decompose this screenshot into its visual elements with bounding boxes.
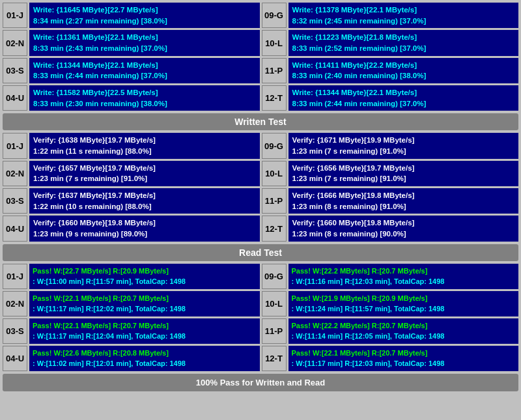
read-test-divider: Read Test bbox=[3, 244, 518, 261]
write-rows: 01-JWrite: {11645 MByte}[22.7 MByte/s]8:… bbox=[3, 3, 518, 111]
row-label-right: 10-L bbox=[262, 30, 287, 55]
read-rows: 01-JPass! W:[22.7 MByte/s] R:[20.9 MByte… bbox=[3, 264, 518, 371]
write-row: 03-SWrite: {11344 MByte}[22.1 MByte/s]8:… bbox=[3, 58, 518, 83]
row-label-right: 09-G bbox=[262, 133, 287, 158]
read-row: 03-SPass! W:[22.1 MByte/s] R:[20.7 MByte… bbox=[3, 318, 518, 344]
row-label-left: 03-S bbox=[3, 58, 27, 83]
pass-cell-left: Pass! W:[22.1 MByte/s] R:[20.7 MByte/s]:… bbox=[29, 291, 260, 316]
row-label-right: 09-G bbox=[262, 264, 287, 289]
row-label-right: 11-P bbox=[262, 318, 287, 344]
read-row: 04-UPass! W:[22.6 MByte/s] R:[20.8 MByte… bbox=[3, 346, 518, 371]
read-section: 01-JPass! W:[22.7 MByte/s] R:[20.9 MByte… bbox=[3, 264, 518, 371]
row-label-right: 12-T bbox=[262, 346, 287, 371]
row-label-left: 01-J bbox=[3, 264, 27, 289]
row-label-left: 02-N bbox=[3, 161, 27, 186]
verify-cell-right: Verify: {1666 MByte}[19.8 MByte/s]1:23 m… bbox=[289, 188, 519, 214]
pass-cell-left: Pass! W:[22.7 MByte/s] R:[20.9 MByte/s]:… bbox=[29, 264, 260, 289]
verify-cell-right: Verify: {1656 MByte}[19.7 MByte/s]1:23 m… bbox=[289, 161, 519, 186]
verify-cell-left: Verify: {1637 MByte}[19.7 MByte/s]1:22 m… bbox=[29, 188, 260, 214]
row-label-left: 04-U bbox=[3, 216, 27, 241]
read-row: 01-JPass! W:[22.7 MByte/s] R:[20.9 MByte… bbox=[3, 264, 518, 289]
write-cell-left: Write: {11645 MByte}[22.7 MByte/s]8:34 m… bbox=[29, 3, 260, 28]
write-cell-left: Write: {11344 MByte}[22.1 MByte/s]8:33 m… bbox=[29, 58, 260, 83]
row-label-left: 04-U bbox=[3, 346, 27, 371]
verify-row: 01-JVerify: {1638 MByte}[19.7 MByte/s]1:… bbox=[3, 133, 518, 158]
write-cell-left: Write: {11361 MByte}[22.1 MByte/s]8:33 m… bbox=[29, 30, 260, 55]
verify-rows: 01-JVerify: {1638 MByte}[19.7 MByte/s]1:… bbox=[3, 133, 518, 241]
write-cell-right: Write: {11378 MByte}[22.1 MByte/s]8:32 m… bbox=[289, 3, 519, 28]
row-label-left: 02-N bbox=[3, 30, 27, 55]
row-label-right: 10-L bbox=[262, 291, 287, 316]
verify-cell-left: Verify: {1660 MByte}[19.8 MByte/s]1:23 m… bbox=[29, 216, 260, 241]
verify-section: 01-JVerify: {1638 MByte}[19.7 MByte/s]1:… bbox=[3, 133, 518, 241]
pass-cell-left: Pass! W:[22.1 MByte/s] R:[20.7 MByte/s]:… bbox=[29, 318, 260, 344]
verify-cell-right: Verify: {1671 MByte}[19.9 MByte/s]1:23 m… bbox=[289, 133, 519, 158]
pass-cell-right: Pass! W:[22.1 MByte/s] R:[20.7 MByte/s]:… bbox=[289, 346, 519, 371]
row-label-right: 12-T bbox=[262, 216, 287, 241]
main-container: 01-JWrite: {11645 MByte}[22.7 MByte/s]8:… bbox=[0, 0, 521, 394]
write-cell-right: Write: {11223 MByte}[21.8 MByte/s]8:33 m… bbox=[289, 30, 519, 55]
row-label-left: 02-N bbox=[3, 291, 27, 316]
write-row: 04-UWrite: {11582 MByte}[22.5 MByte/s]8:… bbox=[3, 85, 518, 111]
row-label-right: 09-G bbox=[262, 3, 287, 28]
verify-row: 03-SVerify: {1637 MByte}[19.7 MByte/s]1:… bbox=[3, 188, 518, 214]
verify-cell-right: Verify: {1660 MByte}[19.8 MByte/s]1:23 m… bbox=[289, 216, 519, 241]
write-cell-right: Write: {11344 MByte}[22.1 MByte/s]8:33 m… bbox=[289, 85, 519, 111]
pass-cell-right: Pass! W:[22.2 MByte/s] R:[20.7 MByte/s]:… bbox=[289, 318, 519, 344]
pass-cell-right: Pass! W:[21.9 MByte/s] R:[20.9 MByte/s]:… bbox=[289, 291, 519, 316]
row-label-right: 10-L bbox=[262, 161, 287, 186]
verify-row: 02-NVerify: {1657 MByte}[19.7 MByte/s]1:… bbox=[3, 161, 518, 186]
row-label-right: 11-P bbox=[262, 188, 287, 214]
write-cell-right: Write: {11411 MByte}[22.2 MByte/s]8:33 m… bbox=[289, 58, 519, 83]
verify-cell-left: Verify: {1638 MByte}[19.7 MByte/s]1:22 m… bbox=[29, 133, 260, 158]
row-label-left: 03-S bbox=[3, 188, 27, 214]
write-row: 01-JWrite: {11645 MByte}[22.7 MByte/s]8:… bbox=[3, 3, 518, 28]
write-section: 01-JWrite: {11645 MByte}[22.7 MByte/s]8:… bbox=[3, 3, 518, 111]
write-cell-left: Write: {11582 MByte}[22.5 MByte/s]8:33 m… bbox=[29, 85, 260, 111]
verify-row: 04-UVerify: {1660 MByte}[19.8 MByte/s]1:… bbox=[3, 216, 518, 241]
row-label-right: 11-P bbox=[262, 58, 287, 83]
write-row: 02-NWrite: {11361 MByte}[22.1 MByte/s]8:… bbox=[3, 30, 518, 55]
row-label-left: 04-U bbox=[3, 85, 27, 111]
read-row: 02-NPass! W:[22.1 MByte/s] R:[20.7 MByte… bbox=[3, 291, 518, 316]
row-label-left: 03-S bbox=[3, 318, 27, 344]
row-label-left: 01-J bbox=[3, 133, 27, 158]
final-status: 100% Pass for Written and Read bbox=[3, 374, 518, 391]
written-test-divider: Written Test bbox=[3, 113, 518, 130]
verify-cell-left: Verify: {1657 MByte}[19.7 MByte/s]1:23 m… bbox=[29, 161, 260, 186]
pass-cell-right: Pass! W:[22.2 MByte/s] R:[20.7 MByte/s]:… bbox=[289, 264, 519, 289]
pass-cell-left: Pass! W:[22.6 MByte/s] R:[20.8 MByte/s]:… bbox=[29, 346, 260, 371]
row-label-left: 01-J bbox=[3, 3, 27, 28]
row-label-right: 12-T bbox=[262, 85, 287, 111]
